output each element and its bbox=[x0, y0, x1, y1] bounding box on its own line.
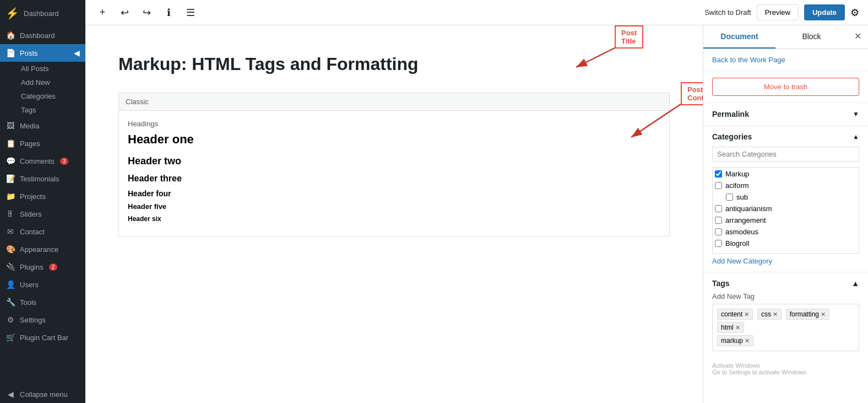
sidebar-label-plugins: Plugins bbox=[20, 263, 44, 271]
categories-section-label: Categories bbox=[712, 132, 752, 141]
info-button[interactable]: ℹ bbox=[160, 7, 177, 19]
sidebar-item-testimonials[interactable]: 📝 Testimonials bbox=[0, 170, 85, 187]
category-sub-checkbox[interactable] bbox=[726, 194, 733, 201]
sidebar-item-posts[interactable]: 📄 Posts ◀ bbox=[0, 44, 85, 62]
sidebar-item-dashboard[interactable]: 🏠 Dashboard bbox=[0, 26, 85, 44]
categories-chevron-icon: ▲ bbox=[853, 133, 859, 141]
tag-formatting-remove[interactable]: ✕ bbox=[821, 311, 826, 318]
sidebar-item-settings[interactable]: ⚙ Settings bbox=[0, 311, 85, 329]
category-markup-label: Markup bbox=[725, 170, 749, 178]
tag-html-remove[interactable]: ✕ bbox=[735, 324, 740, 331]
tag-html: html ✕ bbox=[717, 322, 744, 333]
sidebar-item-appearance[interactable]: 🎨 Appearance bbox=[0, 240, 85, 258]
add-tag-label: Add New Tag bbox=[712, 292, 859, 300]
move-trash-section: Move to trash bbox=[703, 71, 868, 103]
sidebar-label-tools: Tools bbox=[20, 298, 36, 307]
category-markup-checkbox[interactable] bbox=[715, 170, 722, 178]
permalink-section: Permalink ▼ bbox=[703, 103, 868, 126]
pages-icon: 📋 bbox=[6, 139, 15, 148]
gear-button[interactable]: ⚙ bbox=[850, 7, 859, 19]
sidebar-item-sliders[interactable]: 🎚 Sliders bbox=[0, 205, 85, 223]
back-link-section: Back to the Work Page bbox=[703, 49, 868, 71]
header-one: Header one bbox=[128, 132, 660, 147]
move-to-trash-button[interactable]: Move to trash bbox=[712, 78, 859, 96]
header-five: Header five bbox=[128, 202, 660, 211]
categories-section-title[interactable]: Categories ▲ bbox=[712, 132, 859, 141]
sidebar-item-comments[interactable]: 💬 Comments 3 bbox=[0, 152, 85, 170]
categories-section: Categories ▲ Markup aciform sub antiquar… bbox=[703, 126, 868, 272]
update-button[interactable]: Update bbox=[804, 4, 845, 20]
right-panel: Document Block ✕ Back to the Work Page M… bbox=[703, 25, 868, 403]
switch-to-draft-button[interactable]: Switch to Draft bbox=[704, 8, 751, 17]
tab-block[interactable]: Block bbox=[775, 25, 848, 49]
sidebar-item-collapse[interactable]: ◀ Collapse menu bbox=[0, 385, 85, 403]
sidebar-label-collapse: Collapse menu bbox=[20, 390, 68, 399]
tags-section-title[interactable]: Tags ▲ bbox=[712, 279, 859, 288]
add-new-category-link[interactable]: Add New Category bbox=[712, 257, 772, 265]
tag-content: content ✕ bbox=[717, 309, 753, 320]
media-icon: 🖼 bbox=[6, 121, 15, 130]
tag-css-remove[interactable]: ✕ bbox=[773, 311, 778, 318]
category-aciform: aciform bbox=[715, 181, 856, 190]
category-arrangement-checkbox[interactable] bbox=[715, 217, 722, 224]
category-asmodeus-checkbox[interactable] bbox=[715, 228, 722, 235]
add-button[interactable]: + bbox=[94, 7, 111, 18]
panel-close-button[interactable]: ✕ bbox=[848, 25, 868, 49]
menu-button[interactable]: ☰ bbox=[182, 7, 199, 19]
sidebar-item-plugins[interactable]: 🔌 Plugins 2 bbox=[0, 258, 85, 276]
preview-button[interactable]: Preview bbox=[757, 4, 799, 20]
tags-input-area[interactable]: content ✕ css ✕ formatting ✕ html ✕ mark… bbox=[712, 304, 859, 351]
undo-button[interactable]: ↩ bbox=[116, 7, 133, 19]
sidebar-item-plugin-cart[interactable]: 🛒 Plugin Cart Bar bbox=[0, 329, 85, 346]
sidebar-item-add-new[interactable]: Add New bbox=[15, 76, 85, 89]
all-posts-label: All Posts bbox=[21, 65, 49, 73]
users-icon: 👤 bbox=[6, 280, 15, 289]
tag-content-remove[interactable]: ✕ bbox=[744, 311, 749, 318]
category-blogroll-checkbox[interactable] bbox=[715, 240, 722, 247]
plugins-badge: 2 bbox=[49, 264, 58, 271]
sidebar-item-all-posts[interactable]: All Posts bbox=[15, 62, 85, 76]
testimonials-icon: 📝 bbox=[6, 174, 15, 183]
appearance-icon: 🎨 bbox=[6, 245, 15, 254]
redo-button[interactable]: ↪ bbox=[138, 7, 155, 19]
categories-label: Categories bbox=[21, 92, 56, 100]
sidebar-item-tags[interactable]: Tags bbox=[15, 103, 85, 117]
sidebar-label-media: Media bbox=[20, 122, 39, 130]
search-categories-input[interactable] bbox=[712, 147, 859, 162]
topbar: + ↩ ↪ ℹ ☰ Switch to Draft Preview Update… bbox=[85, 0, 868, 25]
sidebar-label-appearance: Appearance bbox=[20, 245, 58, 254]
wp-logo-icon: ⚡ bbox=[6, 7, 19, 20]
tags-section: Tags ▲ Add New Tag content ✕ css ✕ forma… bbox=[703, 272, 868, 358]
category-blogroll: Blogroll bbox=[715, 239, 856, 248]
activate-windows-notice: Activate WindowsGo to Settings to activa… bbox=[703, 358, 868, 380]
projects-icon: 📁 bbox=[6, 192, 15, 201]
classic-content[interactable]: Headings Header one Header two Header th… bbox=[119, 111, 669, 236]
category-asmodeus-label: asmodeus bbox=[725, 228, 758, 236]
sidebar-item-categories[interactable]: Categories bbox=[15, 89, 85, 103]
headings-label: Headings bbox=[128, 120, 660, 128]
category-arrangement-label: arrangement bbox=[725, 216, 766, 224]
category-sub: sub bbox=[715, 193, 856, 201]
sidebar-item-users[interactable]: 👤 Users bbox=[0, 276, 85, 293]
category-aciform-checkbox[interactable] bbox=[715, 182, 722, 189]
posts-icon: 📄 bbox=[6, 49, 15, 57]
category-antiquarianism-label: antiquarianism bbox=[725, 205, 772, 213]
tag-markup-remove[interactable]: ✕ bbox=[745, 337, 750, 345]
tag-markup: markup ✕ bbox=[717, 335, 753, 346]
sidebar-item-pages[interactable]: 📋 Pages bbox=[0, 135, 85, 152]
sidebar-item-media[interactable]: 🖼 Media bbox=[0, 117, 85, 135]
collapse-icon: ◀ bbox=[6, 390, 15, 399]
sidebar-label-testimonials: Testimonials bbox=[20, 175, 59, 183]
sidebar-item-contact[interactable]: ✉ Contact bbox=[0, 223, 85, 240]
permalink-title[interactable]: Permalink ▼ bbox=[712, 110, 859, 119]
sidebar-item-tools[interactable]: 🔧 Tools bbox=[0, 293, 85, 311]
sidebar-item-projects[interactable]: 📁 Projects bbox=[0, 187, 85, 205]
tab-document[interactable]: Document bbox=[703, 25, 775, 49]
post-title[interactable]: Markup: HTML Tags and Formatting bbox=[118, 53, 670, 76]
category-antiquarianism-checkbox[interactable] bbox=[715, 205, 722, 212]
back-to-work-link[interactable]: Back to the Work Page bbox=[712, 56, 785, 64]
sidebar-logo-label: Dashboard bbox=[24, 9, 59, 18]
classic-toolbar-label: Classic bbox=[119, 93, 669, 111]
sidebar-label-pages: Pages bbox=[20, 139, 40, 148]
sidebar-label-users: Users bbox=[20, 281, 39, 289]
